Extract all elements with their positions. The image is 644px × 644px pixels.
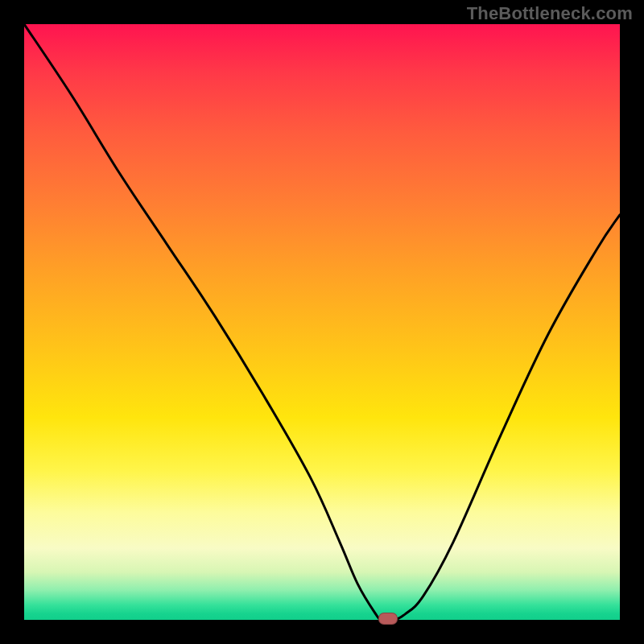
bottleneck-curve	[24, 24, 620, 620]
plot-area	[24, 24, 620, 620]
watermark-text: TheBottleneck.com	[467, 3, 633, 24]
curve-svg	[24, 24, 620, 620]
chart-frame: TheBottleneck.com	[0, 0, 644, 644]
minimum-marker	[378, 613, 398, 625]
